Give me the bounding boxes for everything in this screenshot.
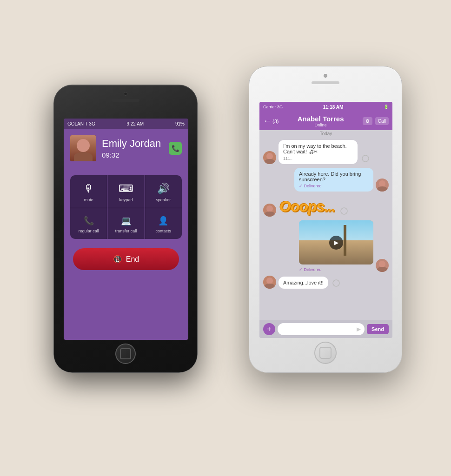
keypad-button[interactable]: ⌨ keypad <box>107 175 144 208</box>
time-label: 9:22 AM <box>126 121 144 126</box>
call-duration: 09:32 <box>102 151 169 159</box>
svg-point-1 <box>341 208 347 214</box>
contact-name: Anabel Torres <box>281 115 359 123</box>
chat-content: Carrier 3G 11:18 AM 🔋 ← (3) Anabel Torre… <box>259 102 392 338</box>
message-bubble: Already here. Did you bring sunscreen? ✓… <box>294 168 373 192</box>
transfer-call-button[interactable]: 💻 transfer call <box>107 208 144 239</box>
message-bubble: I'm on my way to the beach. Can't wait! … <box>279 140 358 164</box>
date-divider: Today <box>259 131 392 136</box>
phone-white: Carrier 3G 11:18 AM 🔋 ← (3) Anabel Torre… <box>249 66 402 373</box>
camera-dot <box>124 92 127 96</box>
call-contact-name: Emily Jordan <box>102 138 169 150</box>
delivered-status: ✓ Delivered <box>299 267 322 272</box>
message-text: Amazing...love it!! <box>283 280 324 285</box>
keypad-icon: ⌨ <box>119 183 133 195</box>
message-status-icon <box>338 205 350 217</box>
battery-white: 🔋 <box>384 105 389 109</box>
my-avatar <box>376 259 389 272</box>
sender-avatar <box>263 151 276 164</box>
end-call-label: End <box>126 255 139 264</box>
regular-call-label: regular call <box>79 229 99 233</box>
svg-point-0 <box>362 155 369 162</box>
contact-info: Anabel Torres Online <box>281 115 359 127</box>
phones-container: GOLAN T 3G 9:22 AM 91% Emily Jordan 09:3… <box>16 29 435 447</box>
call-header: Emily Jordan 09:32 📞 <box>64 129 188 166</box>
sender-avatar <box>263 276 276 289</box>
carrier-label: GOLAN T 3G <box>67 121 95 126</box>
call-buttons-grid: 🎙 mute ⌨ keypad 🔊 speaker 📞 regular call… <box>70 175 182 239</box>
speaker-top-white <box>312 81 339 84</box>
video-thumbnail[interactable]: ▶ <box>299 220 373 264</box>
chat-input-area: + ▶ Send <box>259 320 392 338</box>
avatar-face <box>70 135 96 161</box>
contacts-button[interactable]: 👤 contacts <box>145 208 182 239</box>
back-arrow-icon: ← <box>263 116 272 126</box>
phone-black: GOLAN T 3G 9:22 AM 91% Emily Jordan 09:3… <box>53 85 198 373</box>
phone-white-screen: Carrier 3G 11:18 AM 🔋 ← (3) Anabel Torre… <box>259 102 392 338</box>
speaker-icon: 🔊 <box>157 183 170 195</box>
message-row: Amazing...love it!! <box>263 276 389 289</box>
time-white: 11:18 AM <box>323 105 344 110</box>
message-text: I'm on my way to the beach. Can't wait! … <box>283 143 347 154</box>
message-status-icon <box>331 278 342 289</box>
header-actions: ⚙ Call <box>363 117 389 125</box>
message-row: I'm on my way to the beach. Can't wait! … <box>263 140 389 164</box>
mute-button[interactable]: 🎙 mute <box>70 175 107 208</box>
regular-call-button[interactable]: 📞 regular call <box>70 208 107 239</box>
end-call-phone-icon: 📵 <box>113 255 122 264</box>
call-info: Emily Jordan 09:32 <box>102 138 169 159</box>
chat-messages: I'm on my way to the beach. Can't wait! … <box>259 137 392 320</box>
sticker-bubble: Ooops... <box>279 195 336 217</box>
message-status-icon <box>360 153 371 164</box>
speaker-button[interactable]: 🔊 speaker <box>145 175 182 208</box>
transfer-call-icon: 💻 <box>121 216 131 226</box>
chat-header: ← (3) Anabel Torres Online ⚙ Call <box>259 112 392 130</box>
contacts-label: contacts <box>156 229 172 233</box>
home-button-black[interactable] <box>115 344 136 364</box>
phone-black-screen: GOLAN T 3G 9:22 AM 91% Emily Jordan 09:3… <box>64 119 188 340</box>
status-bar-black: GOLAN T 3G 9:22 AM 91% <box>64 119 188 129</box>
message-bubble: Amazing...love it!! <box>279 277 328 289</box>
home-button-white[interactable] <box>314 342 337 364</box>
carrier-white: Carrier 3G <box>263 105 283 109</box>
settings-button[interactable]: ⚙ <box>363 117 372 125</box>
sticker-text: Ooops... <box>279 198 335 215</box>
viber-icon: 📞 <box>169 142 182 155</box>
speaker-label: speaker <box>156 198 171 202</box>
end-call-button[interactable]: 📵 End <box>73 248 179 270</box>
regular-call-icon: 📞 <box>84 216 94 226</box>
back-button[interactable]: ← (3) <box>263 116 279 126</box>
mic-icon: 🎙 <box>84 183 94 195</box>
contact-status: Online <box>281 123 359 127</box>
sender-avatar <box>263 204 276 217</box>
battery-label: 91% <box>175 121 185 126</box>
message-row: Ooops... <box>263 195 389 217</box>
pole <box>344 225 346 256</box>
message-time: ✓ Delivered <box>299 267 373 272</box>
message-time: ✓ Delivered <box>299 184 369 188</box>
mute-label: mute <box>84 198 93 202</box>
play-button-icon[interactable]: ▶ <box>329 236 343 250</box>
call-button[interactable]: Call <box>375 117 389 125</box>
video-message: ▶ ✓ Delivered <box>299 220 373 272</box>
send-button[interactable]: Send <box>367 324 389 334</box>
speaker-top <box>112 99 139 102</box>
status-bar-white: Carrier 3G 11:18 AM 🔋 <box>259 102 392 112</box>
delivered-status: ✓ Delivered <box>299 184 322 188</box>
back-count: (3) <box>272 119 279 124</box>
send-arrow-icon: ▶ <box>357 326 361 332</box>
add-button[interactable]: + <box>263 323 275 335</box>
transfer-call-label: transfer call <box>115 229 137 233</box>
message-text: Already here. Did you bring sunscreen? <box>299 171 361 182</box>
message-time: 11:... <box>283 156 353 161</box>
message-row: Already here. Did you bring sunscreen? ✓… <box>263 168 389 192</box>
keypad-label: keypad <box>119 198 133 202</box>
camera-dot-white <box>324 74 327 78</box>
my-avatar <box>376 178 389 192</box>
message-row: ▶ ✓ Delivered <box>263 220 389 272</box>
contacts-icon: 👤 <box>158 216 168 226</box>
svg-point-2 <box>333 280 339 286</box>
call-avatar <box>70 135 96 161</box>
message-input[interactable]: ▶ <box>278 323 365 335</box>
